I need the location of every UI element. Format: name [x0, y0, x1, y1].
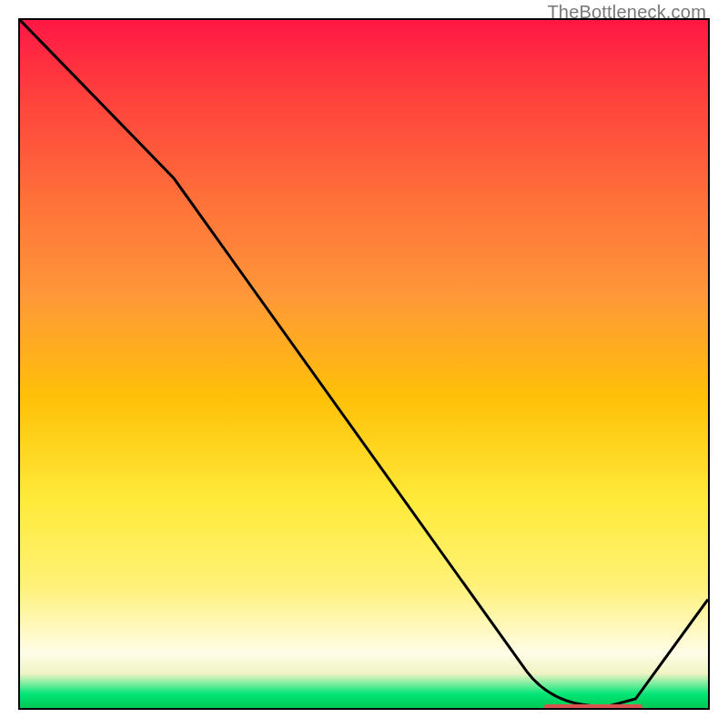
optimal-marker	[544, 704, 642, 710]
plot-area	[18, 18, 710, 710]
curve-path	[20, 20, 708, 706]
line-chart-svg	[20, 20, 708, 708]
chart-container: TheBottleneck.com	[0, 0, 728, 728]
